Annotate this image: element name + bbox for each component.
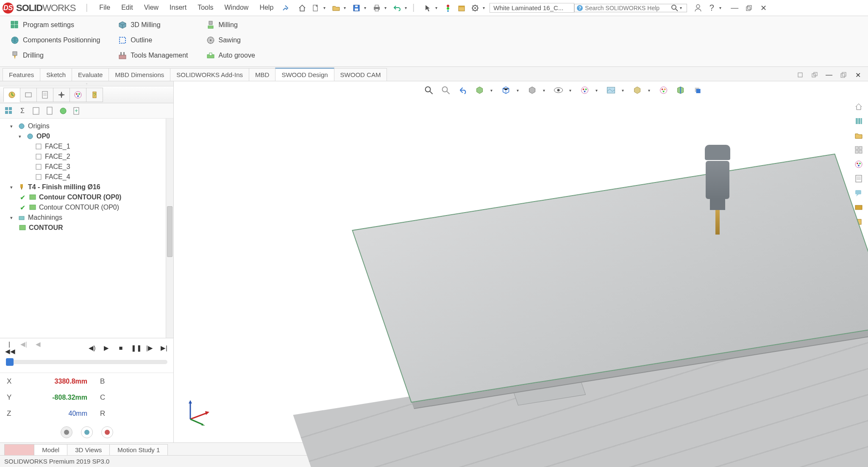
print-icon[interactable] (371, 2, 383, 14)
undo-dropdown-icon[interactable]: ▾ (405, 6, 410, 10)
options-icon[interactable] (469, 2, 481, 14)
tab-mbd-dimensions[interactable]: MBD Dimensions (108, 68, 170, 81)
panel-grip[interactable]: ◦ (0, 81, 173, 86)
panel-tab-document-icon[interactable] (36, 88, 53, 102)
menu-insert[interactable]: Insert (164, 2, 192, 14)
mdi-next-icon[interactable] (809, 69, 821, 81)
panel-tab-info-icon[interactable]: ? (86, 88, 103, 102)
note-icon[interactable] (31, 106, 41, 116)
menu-window[interactable]: Window (219, 2, 253, 14)
tree-tool-t4[interactable]: ▾T4 - Finish milling Ø16 (10, 182, 172, 192)
tree-origins[interactable]: ▾Origins (10, 121, 172, 131)
feature-tree[interactable]: ▾Origins ▾OP0 FACE_1 FACE_2 FACE_3 FACE_… (0, 119, 173, 338)
bottom-tab-blank[interactable] (4, 444, 34, 455)
play-back-button[interactable]: ◀) (88, 344, 96, 352)
help-icon[interactable]: ? (706, 2, 718, 14)
new-icon[interactable] (310, 2, 322, 14)
cmd-components-positioning[interactable]: Components Positionning (8, 35, 103, 46)
doc2-icon[interactable] (45, 106, 54, 116)
minimize-button[interactable]: — (729, 2, 740, 14)
step-back-button[interactable]: ◀| (19, 340, 28, 355)
play-button[interactable]: ▶ (102, 344, 111, 352)
tree-machinings-contour[interactable]: CONTOUR (19, 223, 172, 233)
tab-solidworks-addins[interactable]: SOLIDWORKS Add-Ins (170, 68, 249, 81)
restore-button[interactable] (743, 2, 755, 14)
menu-edit[interactable]: Edit (116, 2, 138, 14)
twisty-icon[interactable]: ▾ (10, 185, 15, 190)
cmd-sawing[interactable]: Sawing (203, 35, 258, 46)
tree-contour-2[interactable]: ✔Contour CONTOUR (OP0) (19, 202, 172, 213)
options-dropdown-icon[interactable]: ▾ (483, 6, 488, 10)
bottom-tab-3dviews[interactable]: 3D Views (67, 444, 110, 455)
rebuild-icon[interactable] (442, 2, 454, 14)
open-dropdown-icon[interactable]: ▾ (344, 6, 349, 10)
search-help-input[interactable] (585, 5, 670, 11)
pin-icon[interactable] (279, 2, 291, 14)
tab-swood-cam[interactable]: SWOOD CAM (334, 68, 387, 81)
search-help-box[interactable]: ? ▾ (574, 4, 687, 12)
document-title[interactable]: White Laminated 16_C... (490, 3, 574, 13)
tab-sketch[interactable]: Sketch (40, 68, 72, 81)
twisty-icon[interactable]: ▾ (19, 134, 24, 139)
pause-button[interactable]: ❚❚ (131, 344, 139, 352)
tree-face-4[interactable]: FACE_4 (27, 172, 172, 182)
tab-features[interactable]: Features (3, 68, 40, 81)
bottom-tab-model[interactable]: Model (34, 444, 67, 455)
close-button[interactable]: ✕ (757, 2, 769, 14)
menu-tools[interactable]: Tools (192, 2, 218, 14)
cmd-3d-milling[interactable]: 3D Milling (115, 19, 190, 30)
cmd-auto-groove[interactable]: Auto groove (203, 50, 258, 61)
axis-triad-icon[interactable] (184, 396, 214, 426)
user-icon[interactable] (692, 2, 704, 14)
home-icon[interactable] (296, 2, 308, 14)
mdi-minimize-icon[interactable]: — (823, 69, 835, 81)
goto-start-button[interactable]: |◀◀ (5, 340, 14, 355)
select-dropdown-icon[interactable]: ▾ (435, 6, 440, 10)
panel-tab-display-icon[interactable] (20, 88, 37, 102)
tree-scrollbar[interactable] (166, 119, 173, 338)
simulation-progress[interactable] (0, 357, 173, 373)
stop-button[interactable]: ■ (117, 344, 125, 352)
addpage-icon[interactable]: + (72, 106, 81, 116)
cmd-outline[interactable]: Outline (115, 35, 190, 46)
mdi-close-icon[interactable]: ✕ (852, 69, 864, 81)
tab-swood-design[interactable]: SWOOD Design (275, 68, 334, 81)
help-dropdown-icon[interactable]: ▾ (719, 6, 724, 10)
print-dropdown-icon[interactable]: ▾ (384, 6, 389, 10)
equations-icon[interactable]: Σ (18, 106, 27, 116)
open-icon[interactable] (330, 2, 342, 14)
panel-tab-appearance-icon[interactable] (70, 88, 86, 102)
new-dropdown-icon[interactable]: ▾ (323, 6, 328, 10)
progress-track[interactable] (6, 360, 167, 364)
select-icon[interactable] (422, 2, 434, 14)
menu-help[interactable]: Help (254, 2, 278, 14)
prev-frame-button[interactable]: ◀ (34, 340, 42, 355)
menu-file[interactable]: File (94, 2, 115, 14)
menu-view[interactable]: View (139, 2, 164, 14)
scrollbar-thumb[interactable] (167, 206, 172, 257)
pack-icon[interactable] (456, 2, 467, 14)
tree-face-3[interactable]: FACE_3 (27, 162, 172, 172)
panel-tab-history-icon[interactable] (3, 88, 20, 102)
tab-evaluate[interactable]: Evaluate (72, 68, 109, 81)
sensor-icon[interactable] (58, 106, 68, 116)
search-icon[interactable] (671, 5, 678, 11)
goto-end-button[interactable]: ▶| (160, 344, 168, 352)
tree-op0[interactable]: ▾OP0 (19, 131, 172, 141)
tree-face-2[interactable]: FACE_2 (27, 152, 172, 162)
sim-view-globe-button[interactable] (61, 426, 72, 438)
sim-view-color-button[interactable] (81, 426, 93, 438)
cmd-drilling[interactable]: Drilling (8, 50, 103, 61)
cmd-program-settings[interactable]: Program settings (8, 19, 103, 30)
panel-tab-origin-icon[interactable] (53, 88, 70, 102)
mdi-prev-icon[interactable] (794, 69, 806, 81)
cmd-tools-management[interactable]: Tools Management (115, 50, 190, 61)
save-icon[interactable] (351, 2, 362, 14)
sim-view-stop-button[interactable] (101, 426, 113, 438)
tree-machinings[interactable]: ▾Machinings (10, 213, 172, 223)
mdi-restore-icon[interactable] (837, 69, 849, 81)
progress-thumb[interactable] (6, 358, 14, 366)
thumbs-icon[interactable] (4, 106, 14, 116)
graphics-viewport[interactable]: ▾ ▾ ▾ ▾ ▾ ▾ ▾ (174, 81, 868, 442)
tree-contour-1[interactable]: ✔Contour CONTOUR (OP0) (19, 192, 172, 202)
